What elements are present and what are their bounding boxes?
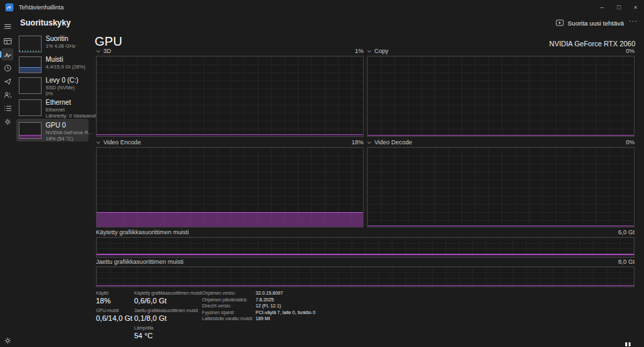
chart-value-3d: 1% bbox=[355, 48, 364, 54]
chart-shared-memory bbox=[96, 266, 635, 287]
performance-icon bbox=[3, 50, 12, 59]
chart-block-dedicated-memory: Käytetty grafiikkasuorittimen muisti 6,0… bbox=[96, 228, 635, 258]
users-icon bbox=[3, 91, 12, 99]
device-detail: 1% 4,06 GHz bbox=[46, 43, 76, 49]
run-new-task-icon bbox=[555, 19, 564, 27]
nav-processes[interactable] bbox=[1, 35, 13, 47]
chart-value-copy: 0% bbox=[626, 48, 635, 54]
device-name: GPU 0 bbox=[46, 121, 93, 130]
close-button[interactable]: × bbox=[627, 0, 644, 15]
chart-label-shared-memory: Jaettu grafiikkasuorittimen muisti bbox=[96, 258, 184, 265]
info-driver-date: Ohjaimen päivämäärä: 7.8.2025 bbox=[202, 297, 315, 303]
chart-block-shared-memory: Jaettu grafiikkasuorittimen muisti 8,0 G… bbox=[96, 258, 635, 287]
chart-value-video-encode: 18% bbox=[352, 139, 364, 146]
menu-button[interactable] bbox=[1, 20, 13, 32]
nav-startup-apps[interactable] bbox=[1, 75, 13, 87]
device-detail: 4,4/15,9 Gt (28%) bbox=[46, 64, 85, 70]
window-title: Tehtävienhallinta bbox=[19, 0, 64, 15]
chart-label-dedicated-memory: Käytetty grafiikkasuorittimen muisti bbox=[96, 229, 189, 236]
info-directx-version: DirectX-versio: 12 (FL 12.1) bbox=[202, 303, 315, 309]
settings-gear-icon bbox=[3, 336, 12, 345]
device-detail2: Lähetetty: 0 Vastaanotet bbox=[46, 113, 100, 119]
device-item-memory[interactable]: Muisti 4,4/15,9 Gt (28%) bbox=[16, 54, 89, 75]
task-manager-app-icon bbox=[5, 3, 13, 11]
chart-label-video-encode: Video Encode bbox=[103, 139, 141, 146]
disk-mini-chart bbox=[19, 77, 42, 94]
chart-label-video-decode: Video Decode bbox=[374, 139, 412, 146]
chart-block-copy: Copy 0% bbox=[367, 47, 635, 137]
more-options-button[interactable]: ··· bbox=[628, 17, 639, 28]
device-detail: NVIDIA GeForce R... bbox=[46, 130, 93, 136]
device-name: Suoritin bbox=[46, 35, 76, 43]
navigation-rail bbox=[0, 15, 15, 347]
details-icon bbox=[3, 104, 12, 113]
device-name: Muisti bbox=[46, 56, 85, 64]
stat-shared-memory: Jaettu grafiikkasuorittimen muisti 0,1/8… bbox=[134, 307, 202, 323]
ethernet-mini-chart bbox=[19, 99, 42, 116]
info-hardware-reserved-memory: Laitteistolle varattu muisti: 189 Mt bbox=[202, 315, 315, 322]
chart-block-3d: 3D 1% bbox=[96, 47, 364, 137]
chevron-down-icon[interactable] bbox=[96, 50, 101, 53]
device-detail: SSD (NVMe) bbox=[46, 85, 78, 91]
settings-button[interactable] bbox=[1, 334, 13, 346]
menu-icon bbox=[3, 22, 12, 31]
run-new-task-label: Suorita uusi tehtävä bbox=[568, 19, 624, 27]
info-driver-version: Ohjaimen versio: 32.0.15.8097 bbox=[202, 290, 315, 297]
chart-video-decode bbox=[367, 147, 635, 228]
device-item-ethernet[interactable]: Ethernet Ethernet Lähetetty: 0 Vastaanot… bbox=[16, 97, 89, 119]
nav-services[interactable] bbox=[1, 115, 13, 128]
device-name: Levy 0 (C:) bbox=[46, 77, 78, 85]
chart-dedicated-memory bbox=[96, 237, 635, 258]
device-item-disk0[interactable]: Levy 0 (C:) SSD (NVMe) 0% bbox=[16, 75, 89, 97]
device-detail: Ethernet bbox=[46, 107, 100, 113]
startup-apps-icon bbox=[3, 77, 12, 86]
gpu-stats: Käyttö 18% GPU-muisti 0,6/14,0 Gt Käytet… bbox=[96, 290, 539, 344]
chart-copy bbox=[367, 56, 635, 137]
processes-icon bbox=[3, 37, 12, 46]
chart-video-encode bbox=[96, 147, 364, 228]
nav-users[interactable] bbox=[1, 89, 13, 101]
chart-label-3d: 3D bbox=[103, 48, 111, 54]
stat-temperature: Lämpötila 54 °C bbox=[134, 325, 202, 340]
device-item-gpu0[interactable]: GPU 0 NVIDIA GeForce R... 18% (54 °C) bbox=[16, 119, 89, 142]
stat-usage: Käyttö 18% bbox=[96, 290, 132, 305]
nav-performance[interactable] bbox=[1, 48, 13, 60]
chart-block-video-decode: Video Decode 0% bbox=[367, 138, 635, 228]
chart-block-video-encode: Video Encode 18% bbox=[96, 138, 364, 228]
maximize-button[interactable]: □ bbox=[610, 0, 627, 15]
gpu-mini-chart bbox=[19, 122, 42, 139]
device-item-cpu[interactable]: Suoritin 1% 4,06 GHz bbox=[16, 34, 89, 54]
chevron-down-icon[interactable] bbox=[367, 50, 372, 53]
title-bar: Tehtävienhallinta – □ × bbox=[0, 0, 644, 15]
chart-max-dedicated-memory: 6,0 Gt bbox=[618, 229, 635, 236]
app-history-icon bbox=[3, 64, 12, 72]
memory-mini-chart bbox=[19, 56, 42, 73]
device-name: Ethernet bbox=[46, 99, 100, 107]
chevron-down-icon[interactable] bbox=[367, 141, 372, 144]
chart-value-video-decode: 0% bbox=[626, 139, 635, 146]
chart-label-copy: Copy bbox=[374, 48, 388, 54]
stat-dedicated-memory: Käytetty grafiikkasuorittimen muisti 0,6… bbox=[134, 290, 202, 305]
task-manager-window: Tehtävienhallinta – □ × bbox=[0, 0, 644, 347]
device-detail2: 0% bbox=[46, 91, 78, 97]
page-title: Suorituskyky bbox=[20, 18, 70, 28]
nav-app-history[interactable] bbox=[1, 62, 13, 74]
info-physical-location: Fyysinen sijainti: PCI-väylä 7, laite 0,… bbox=[202, 309, 315, 316]
chart-max-shared-memory: 8,0 Gt bbox=[618, 258, 635, 265]
services-icon bbox=[3, 117, 12, 126]
nav-details[interactable] bbox=[1, 102, 13, 114]
chevron-down-icon[interactable] bbox=[96, 141, 101, 144]
minimize-button[interactable]: – bbox=[594, 0, 610, 15]
cpu-mini-chart bbox=[19, 36, 42, 52]
window-controls: – □ × bbox=[594, 0, 644, 15]
device-detail2: 18% (54 °C) bbox=[46, 136, 93, 142]
chart-3d bbox=[96, 56, 364, 137]
run-new-task-button[interactable]: Suorita uusi tehtävä bbox=[555, 17, 624, 28]
stat-gpu-memory: GPU-muisti 0,6/14,0 Gt bbox=[96, 307, 132, 323]
mouse-cursor bbox=[625, 342, 631, 346]
